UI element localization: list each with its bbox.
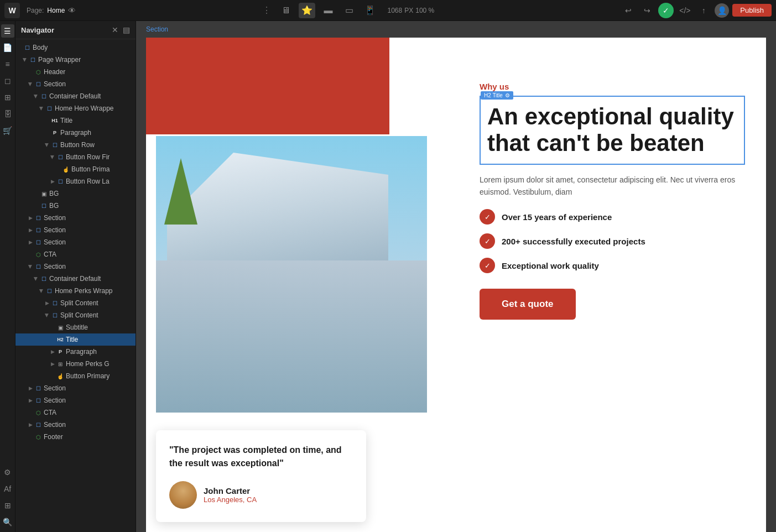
tree-item-home-perks-g[interactable]: ▶⊞Home Perks G	[15, 358, 136, 370]
tree-arrow[interactable]: ▶	[33, 275, 39, 283]
tree-arrow[interactable]: ▶	[44, 141, 50, 149]
tree-arrow[interactable]: ▶	[39, 287, 44, 295]
topbar: W Page: Home 👁 ⋮ 🖥 ⭐ ▬ ▭ 📱 1068 PX 100 %…	[0, 0, 776, 21]
tree-item-section5[interactable]: ▶☐Section	[15, 260, 136, 273]
tree-item-split-content2[interactable]: ▶☐Split Content	[15, 309, 136, 321]
tree-item-button-row[interactable]: ▶☐Button Row	[15, 139, 136, 151]
more-icon[interactable]: ⋮	[262, 5, 271, 15]
close-navigator-btn[interactable]: ✕	[112, 25, 118, 34]
layout-toggle-btn[interactable]: ▤	[123, 25, 130, 34]
tree-item-section6[interactable]: ▶☐Section	[15, 382, 136, 394]
cms-tool[interactable]: 🗄	[1, 107, 14, 121]
tablet-portrait-btn[interactable]: ▭	[341, 3, 357, 18]
tree-item-section4[interactable]: ▶☐Section	[15, 236, 136, 248]
tree-item-split-content1[interactable]: ▶☐Split Content	[15, 297, 136, 309]
tree-node-label: BG	[49, 202, 131, 210]
tree-item-footer[interactable]: ⬡Footer	[15, 431, 136, 443]
tree-node-icon: H2	[56, 337, 64, 342]
tree-item-container-default[interactable]: ▶☐Container Default	[15, 90, 136, 102]
testimonial-author: John Carter Los Angeles, CA	[169, 481, 353, 509]
tree-arrow[interactable]: ▶	[27, 385, 34, 391]
tablet-landscape-btn[interactable]: ▬	[320, 3, 336, 18]
share-btn[interactable]: ↑	[696, 3, 711, 18]
font-tool[interactable]: Af	[1, 482, 14, 496]
tree-item-button-row-last[interactable]: ▶☐Button Row La	[15, 175, 136, 187]
tree-item-container-default2[interactable]: ▶☐Container Default	[15, 273, 136, 285]
main-title: An exceptional quality that can't be bea…	[487, 103, 737, 157]
tree-arrow[interactable]: ▶	[27, 227, 34, 233]
tree-item-p-paragraph[interactable]: ▶PParagraph	[15, 346, 136, 358]
tree-item-section2[interactable]: ▶☐Section	[15, 212, 136, 224]
tree-item-home-hero-wrapper[interactable]: ▶☐Home Hero Wrappe	[15, 102, 136, 114]
tree-node-icon: ☐	[56, 154, 64, 160]
mobile-device-btn[interactable]: 📱	[362, 3, 378, 18]
settings-tool[interactable]: ⚙	[1, 466, 14, 479]
layers-tool[interactable]: ≡	[1, 58, 14, 71]
tree-arrow[interactable]: ▶	[49, 179, 56, 184]
tree-node-icon: ☐	[34, 385, 42, 392]
feature-text: Over 15 years of experience	[502, 212, 612, 222]
navigator-title: Navigator	[21, 26, 54, 34]
tree-arrow[interactable]: ▶	[28, 263, 33, 270]
tree-item-section1[interactable]: ▶☐Section	[15, 78, 136, 90]
tree-node-icon: ☐	[34, 422, 42, 428]
tree-node-icon: ☐	[45, 106, 53, 112]
navigator-tool[interactable]: ☰	[1, 24, 14, 38]
undo-btn[interactable]: ↩	[621, 3, 636, 18]
tree-node-icon: ☐	[45, 288, 53, 294]
tree-item-button-primary2[interactable]: ☝Button Primary	[15, 370, 136, 382]
desktop-device-btn[interactable]: 🖥	[278, 3, 294, 18]
laptop-device-btn[interactable]: ⭐	[299, 3, 315, 18]
redo-btn[interactable]: ↪	[639, 3, 655, 18]
tree-item-title[interactable]: H1Title	[15, 114, 136, 127]
building-body	[156, 260, 427, 413]
tree-arrow[interactable]: ▶	[27, 215, 34, 221]
tree-item-section3[interactable]: ▶☐Section	[15, 224, 136, 236]
apps-tool[interactable]: ⊞	[1, 499, 14, 512]
tree-item-page-wrapper[interactable]: ▶☐Page Wrapper	[15, 54, 136, 66]
code-btn[interactable]: </>	[677, 3, 692, 18]
cta-button[interactable]: Get a quote	[480, 289, 576, 320]
components-tool[interactable]: ⊞	[1, 91, 14, 104]
tree-arrow[interactable]: ▶	[49, 361, 56, 367]
tree-item-bg2[interactable]: ☐BG	[15, 200, 136, 212]
tree-arrow[interactable]: ▶	[39, 105, 44, 112]
tree-arrow[interactable]: ▶	[43, 300, 51, 306]
tree-node-label: Subtitle	[66, 324, 131, 331]
tree-item-paragraph[interactable]: PParagraph	[15, 127, 136, 139]
tree-arrow[interactable]: ▶	[28, 80, 33, 88]
tree-item-home-perks-wrap[interactable]: ▶☐Home Perks Wrapp	[15, 285, 136, 297]
gear-icon[interactable]: ⚙	[505, 92, 510, 98]
zoom-level: 100 %	[415, 7, 434, 14]
tree-arrow[interactable]: ▶	[27, 239, 34, 245]
assets-tool[interactable]: ◻	[1, 74, 14, 87]
publish-button[interactable]: Publish	[732, 4, 772, 17]
tree-item-subtitle[interactable]: ▣Subtitle	[15, 321, 136, 333]
tree-item-body[interactable]: ☐Body	[15, 41, 136, 54]
tree-item-cta2[interactable]: ⬡CTA	[15, 406, 136, 419]
tree-node-icon: ☐	[34, 264, 42, 270]
tree-arrow[interactable]: ▶	[49, 349, 56, 354]
ecommerce-tool[interactable]: 🛒	[1, 124, 14, 137]
avatar[interactable]: 👤	[715, 3, 729, 18]
tree-arrow[interactable]: ▶	[33, 92, 39, 100]
tree-item-section7[interactable]: ▶☐Section	[15, 394, 136, 406]
tree-arrow[interactable]: ▶	[44, 311, 50, 319]
tree-item-section8[interactable]: ▶☐Section	[15, 419, 136, 431]
tree-item-bg1[interactable]: ▣BG	[15, 187, 136, 200]
tree-arrow[interactable]: ▶	[50, 153, 55, 161]
tree-arrow[interactable]: ▶	[27, 398, 34, 403]
tree-node-icon: ☐	[40, 93, 48, 100]
tree-item-h2-title[interactable]: H2Title	[15, 333, 136, 346]
tree-arrow[interactable]: ▶	[27, 422, 34, 427]
eye-icon[interactable]: 👁	[68, 6, 76, 15]
search-tool[interactable]: 🔍	[1, 515, 14, 529]
tree-item-button-primary[interactable]: ☝Button Prima	[15, 163, 136, 175]
tree-item-button-row-first[interactable]: ▶☐Button Row Fir	[15, 151, 136, 163]
tree-arrow[interactable]: ▶	[22, 56, 28, 64]
feature-check-icon: ✓	[480, 258, 495, 273]
navigator-panel: Navigator ✕ ▤ ☐Body▶☐Page Wrapper⬡Header…	[15, 21, 136, 532]
tree-item-cta1[interactable]: ⬡CTA	[15, 248, 136, 260]
pages-tool[interactable]: 📄	[1, 41, 14, 54]
tree-item-header[interactable]: ⬡Header	[15, 66, 136, 78]
